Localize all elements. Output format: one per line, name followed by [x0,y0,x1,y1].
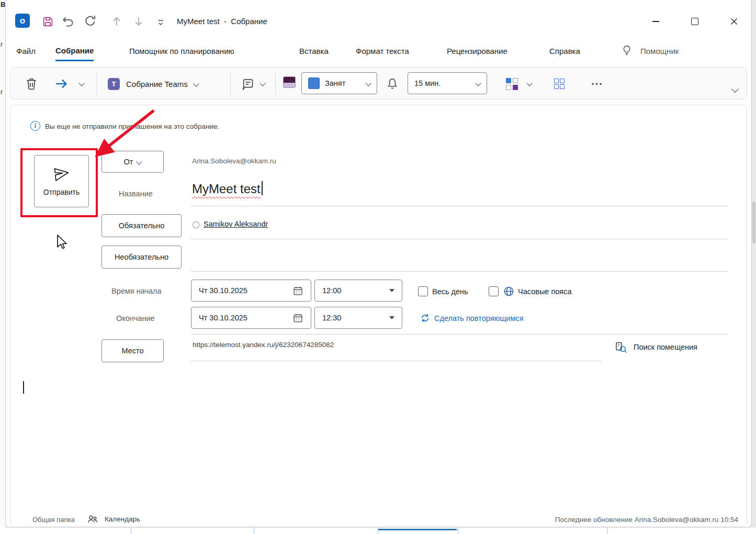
all-day-checkbox[interactable] [418,286,428,296]
redo-button[interactable] [82,13,99,29]
start-time-label: Время начала [111,287,162,295]
maximize-icon [691,18,698,25]
move-down-button[interactable] [130,14,147,29]
statusbar-last-update: Последнее обновление Arina.Soboleva@okka… [555,516,738,524]
forward-dropdown-chevron[interactable] [78,80,84,86]
show-as-dropdown[interactable]: Занят [301,72,377,94]
start-date-picker[interactable]: Чт 30.10.2025 [191,280,311,302]
tab-review[interactable]: Рецензирование [447,47,507,60]
optional-attendees-button[interactable]: Необязательно [101,246,182,269]
background-grid-line [458,528,458,534]
location-button[interactable]: Место [101,339,164,362]
bell-icon [386,76,399,91]
reminder-bell-button[interactable] [384,74,401,92]
forward-button[interactable] [51,75,71,93]
save-button[interactable] [39,14,56,29]
globe-icon [503,285,515,297]
show-as-value: Занят [325,79,345,87]
tab-format-text[interactable]: Формат текста [356,47,409,60]
tab-insert[interactable]: Вставка [299,47,329,60]
background-grid-line [131,528,131,534]
tab-help[interactable]: Справка [549,47,580,60]
ribbon-toolbar: T Собрание Teams Занят [10,67,747,99]
categorize-button[interactable] [504,75,520,92]
background-text-fragment: В [1,1,5,8]
end-date-value: Чт 30.10.2025 [199,314,247,322]
optional-button-label: Необязательно [115,253,168,261]
required-attendee-chip[interactable]: Samikov Aleksandr [204,220,268,228]
location-underline [191,361,601,361]
reminder-value: 15 мин. [414,79,441,87]
background-selection-line [378,529,457,530]
teams-meeting-label: Собрание Teams [126,80,188,88]
reminder-chevron [475,80,481,86]
lightbulb-icon [621,44,633,57]
text-caret [262,181,263,195]
outlook-meeting-window: o [5,0,752,528]
end-time-value: 12:30 [322,314,341,322]
field-divider [191,239,728,239]
maximize-button[interactable] [686,14,703,29]
minimize-button[interactable] [647,14,664,29]
teams-dropdown-chevron [193,81,199,86]
undo-button[interactable] [60,14,77,29]
background-scrollbar-thumb [752,202,755,243]
required-button-label: Обязательно [119,221,165,230]
background-text-fragment: г [1,88,3,96]
calendar-icon [292,285,303,296]
ribbon-separator [275,73,276,95]
category-color-icon[interactable] [283,76,296,88]
end-time-dropdown[interactable]: 12:30 [314,307,402,329]
reminder-dropdown[interactable]: 15 мин. [408,72,487,94]
categorize-icon [506,78,518,90]
location-button-label: Место [121,347,143,355]
ribbon-separator [97,73,97,95]
show-as-chevron [365,80,371,86]
trash-icon [24,76,39,92]
room-finder-label: Поиск помещения [634,343,697,351]
overflow-chevron-icon [155,17,166,28]
info-icon: i [30,121,40,131]
tab-assistant[interactable]: Помощник [640,47,679,60]
delete-button[interactable] [22,74,41,94]
outlook-app-icon: o [15,14,30,28]
teams-icon: T [108,78,120,90]
end-date-picker[interactable]: Чт 30.10.2025 [191,307,311,329]
location-input-value[interactable]: https://telemost.yandex.ru/j/62320674285… [193,341,334,349]
end-time-label: Окончание [116,314,155,322]
message-body-input[interactable] [17,372,741,503]
background-grid-line [607,528,607,534]
arrow-down-icon [132,15,145,28]
body-text-caret [23,381,24,394]
tab-scheduling-assistant[interactable]: Помощник по планированию [129,47,234,60]
make-recurring-link[interactable]: Сделать повторяющимся [434,314,524,322]
room-finder-button[interactable]: Поиск помещения [615,341,697,353]
title-input[interactable]: MyMeet test [192,181,263,196]
quick-access-overflow-button[interactable] [154,15,167,30]
more-commands-button[interactable]: ••• [585,77,610,91]
tab-meeting[interactable]: Собрание [55,46,94,61]
ribbon-collapse-chevron[interactable] [731,85,739,93]
start-time-chevron [389,289,394,292]
statusbar-calendar-label[interactable]: Календарь [105,515,140,523]
meeting-notes-button[interactable] [239,75,256,93]
layout-grid-button[interactable] [551,75,568,92]
teams-meeting-button[interactable]: T Собрание Teams [108,74,198,94]
shared-calendar-icon [86,513,99,526]
tab-file[interactable]: Файл [16,47,36,60]
statusbar-folder-label: Общая папка [32,516,75,524]
meeting-notes-dropdown-chevron[interactable] [259,80,265,86]
timezones-checkbox[interactable] [489,286,499,296]
categorize-dropdown-chevron[interactable] [526,80,532,86]
close-button[interactable] [726,14,742,29]
field-divider [191,206,728,206]
required-attendees-button[interactable]: Обязательно [101,214,182,237]
background-grid-line [254,528,254,534]
close-icon [729,17,739,26]
all-day-label: Весь день [432,287,468,296]
move-up-button[interactable] [108,14,125,29]
title-field-label: Название [119,190,153,198]
start-time-dropdown[interactable]: 12:00 [314,280,402,302]
from-address-value: Arina.Soboleva@okkam.ru [192,157,276,165]
annotation-arrow [84,102,163,165]
